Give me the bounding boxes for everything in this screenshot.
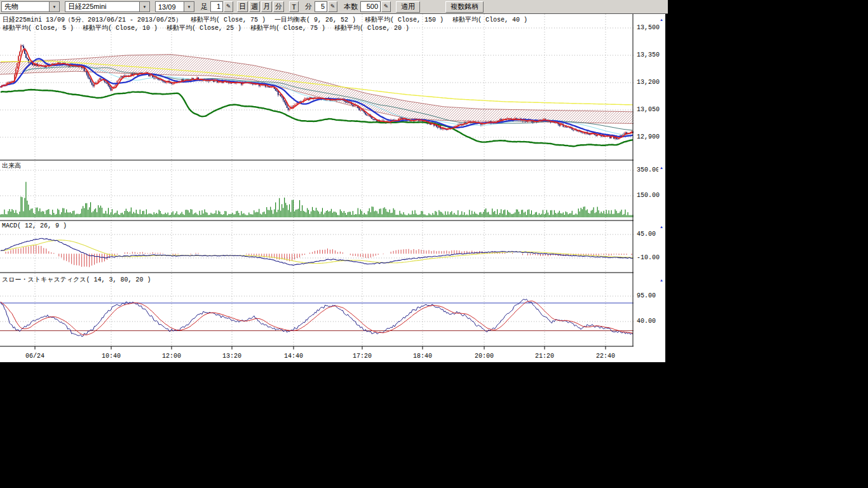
scale-scroll-up-button[interactable]: ▲ <box>658 276 665 284</box>
scale-scroll-up-button[interactable]: ▲ <box>658 223 665 231</box>
symbol-combo[interactable]: 日経225mini ▼ <box>65 1 150 12</box>
stoch-pane-label: スロー・ストキャスティクス( 14, 3, 80, 20 ) <box>2 275 151 284</box>
axis-tick-label: 95.00 <box>637 292 656 299</box>
time-axis: 06/2410:4012:0013:2014:4017:2018:4020:00… <box>0 350 634 362</box>
axis-tick-label: -10.00 <box>637 254 660 261</box>
chevron-down-icon[interactable]: ▼ <box>49 2 59 11</box>
legend-item: 日経225mini 13/09（5分、2013/06/21 - 2013/06/… <box>3 17 182 24</box>
axis-tick-label: 40.00 <box>637 318 656 325</box>
multi-symbol-button[interactable]: 複数銘柄 <box>445 1 484 13</box>
axis-tick-label: 13,200 <box>637 79 660 86</box>
period-day-button[interactable]: 日 <box>237 1 248 12</box>
tick-button[interactable]: T <box>289 1 299 12</box>
time-tick-label: 22:40 <box>596 353 615 360</box>
contract-combo-value: 13/09 <box>156 3 184 11</box>
scale-scroll-up-button[interactable]: ▲ <box>658 164 665 172</box>
legend-item: 移動平均( Close, 150 ) <box>365 17 444 24</box>
chart-legend-line2: 移動平均( Close, 5 )移動平均( Close, 10 )移動平均( C… <box>3 24 418 32</box>
legend-item: 移動平均( Close, 75 ) <box>191 17 266 24</box>
time-tick-label: 06/24 <box>25 353 44 360</box>
minute-input[interactable]: 5 <box>315 1 327 12</box>
interval-input[interactable]: 1 <box>210 1 223 12</box>
time-tick-label: 20:00 <box>475 353 494 360</box>
chart-canvas[interactable] <box>0 14 634 351</box>
app-window: 先物 ▼ 日経225mini ▼ 13/09 ▼ 足 1 ✎ 日 週 月 分 T… <box>0 0 868 488</box>
legend-item: 移動平均( Close, 25 ) <box>166 25 241 32</box>
contract-combo[interactable]: 13/09 ▼ <box>155 1 194 12</box>
period-week-button[interactable]: 週 <box>249 1 260 12</box>
legend-item: 移動平均( Close, 20 ) <box>334 25 409 32</box>
legend-item: 移動平均( Close, 10 ) <box>83 25 158 32</box>
toolbar: 先物 ▼ 日経225mini ▼ 13/09 ▼ 足 1 ✎ 日 週 月 分 T… <box>0 0 668 14</box>
axis-tick-label: 12,900 <box>637 133 660 140</box>
edit-icon[interactable]: ✎ <box>224 1 233 12</box>
volume-pane-label: 出来高 <box>2 161 21 170</box>
chart-window: 日経225mini 13/09（5分、2013/06/21 - 2013/06/… <box>0 14 665 362</box>
time-tick-label: 21:20 <box>535 353 554 360</box>
timeframe-label: 足 <box>201 2 208 11</box>
price-scale-column: 13,50013,35013,20013,05012,900350.00150.… <box>634 14 665 362</box>
chart-legend-line1: 日経225mini 13/09（5分、2013/06/21 - 2013/06/… <box>3 15 536 24</box>
minute-label: 分 <box>305 2 312 11</box>
axis-tick-label: 45.00 <box>637 231 656 238</box>
edit-icon[interactable]: ✎ <box>381 1 391 12</box>
apply-button[interactable]: 適用 <box>396 1 420 13</box>
legend-item: 移動平均( Close, 75 ) <box>250 25 325 32</box>
chevron-down-icon[interactable]: ▼ <box>184 2 194 11</box>
axis-tick-label: 150.00 <box>637 192 660 199</box>
macd-pane-label: MACD( 12, 26, 9 ) <box>2 222 67 229</box>
time-tick-label: 17:20 <box>353 353 372 360</box>
bars-label: 本数 <box>344 2 358 11</box>
edit-icon[interactable]: ✎ <box>328 1 337 12</box>
chevron-down-icon[interactable]: ▼ <box>139 2 149 11</box>
bars-input[interactable]: 500 <box>360 1 381 12</box>
period-month-button[interactable]: 月 <box>261 1 272 12</box>
time-tick-label: 12:00 <box>162 353 181 360</box>
axis-tick-label: 13,500 <box>637 24 660 31</box>
time-tick-label: 14:40 <box>284 353 303 360</box>
time-tick-label: 10:40 <box>102 353 121 360</box>
axis-tick-label: 13,050 <box>637 106 660 113</box>
symbol-combo-value: 日経225mini <box>65 2 139 11</box>
time-tick-label: 18:40 <box>413 353 432 360</box>
scale-scroll-up-button[interactable]: ▲ <box>658 16 665 24</box>
legend-item: 移動平均( Close, 5 ) <box>3 25 74 32</box>
legend-item: 一目均衡表( 9, 26, 52 ) <box>275 17 356 24</box>
market-combo[interactable]: 先物 ▼ <box>1 1 60 12</box>
period-minute-button[interactable]: 分 <box>273 1 284 12</box>
market-combo-value: 先物 <box>2 2 49 11</box>
axis-tick-label: 350.00 <box>637 166 660 173</box>
axis-tick-label: 13,350 <box>637 51 660 58</box>
time-tick-label: 13:20 <box>222 353 241 360</box>
legend-item: 移動平均( Close, 40 ) <box>452 17 527 24</box>
